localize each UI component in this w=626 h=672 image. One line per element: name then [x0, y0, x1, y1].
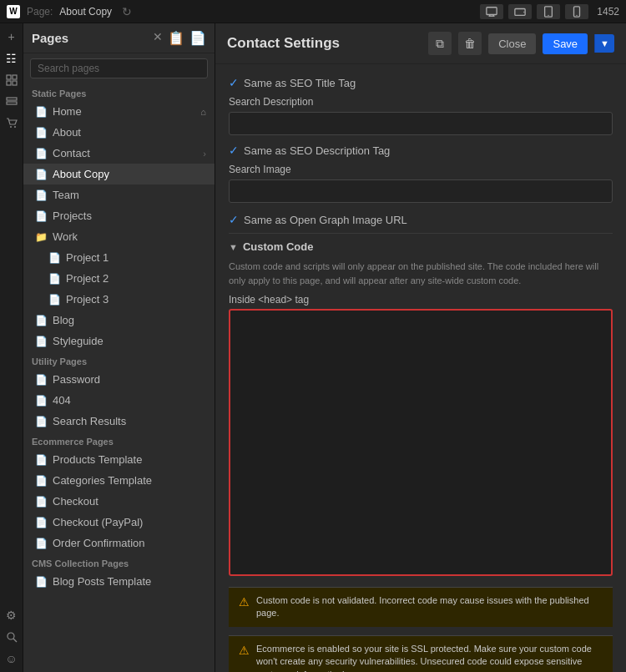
page-item-products[interactable]: 📄 Products Template: [23, 449, 215, 470]
page-item-blog[interactable]: 📄 Blog: [23, 310, 215, 331]
svg-point-5: [523, 11, 524, 12]
top-bar: W Page: About Copy ↻ 1452: [0, 0, 626, 23]
page-item-checkout[interactable]: 📄 Checkout: [23, 491, 215, 512]
add-page-icon[interactable]: 📋: [168, 30, 184, 46]
warning-icon-1: ⚠: [239, 595, 250, 609]
custom-code-toggle[interactable]: ▼ Custom Code: [229, 240, 613, 253]
duplicate-icon-btn[interactable]: ⧉: [428, 32, 452, 55]
page-item-blog-posts[interactable]: 📄 Blog Posts Template: [23, 571, 215, 592]
page-item-categories[interactable]: 📄 Categories Template: [23, 470, 215, 491]
svg-rect-10: [7, 75, 11, 79]
add-icon[interactable]: +: [2, 27, 22, 47]
icon-bar: + ☷ ⚙ ☺: [0, 23, 23, 672]
svg-rect-13: [13, 81, 17, 85]
search-box: [23, 53, 215, 83]
svg-point-7: [548, 14, 549, 15]
static-pages-label: Static Pages: [23, 83, 215, 101]
logo: W: [7, 5, 20, 18]
components-icon[interactable]: [2, 70, 22, 90]
warning-icon-2: ⚠: [239, 644, 250, 657]
custom-code-section-label: Custom Code: [243, 240, 314, 253]
page-item-styleguide[interactable]: 📄 Styleguide: [23, 331, 215, 351]
page-item-work[interactable]: 📁 Work: [23, 226, 215, 247]
warning-box-2: ⚠ Ecommerce is enabled so your site is S…: [229, 635, 613, 672]
page-item-team[interactable]: 📄 Team: [23, 184, 215, 205]
close-pages-icon[interactable]: ✕: [153, 30, 163, 46]
main-layout: + ☷ ⚙ ☺ Pages ✕ 📋 📄: [0, 23, 626, 672]
page-doc-icon: 📄: [35, 106, 48, 118]
desktop-icon[interactable]: [480, 4, 503, 19]
tablet-portrait-icon[interactable]: [537, 4, 560, 19]
content-header: Contact Settings ⧉ 🗑 Close Save ▼: [215, 23, 626, 64]
ecom-doc-icon: 📄: [35, 454, 48, 466]
page-item-contact[interactable]: 📄 Contact ›: [23, 143, 215, 164]
page-item-password[interactable]: 📄 Password: [23, 369, 215, 390]
folder-icon: 📁: [35, 231, 48, 243]
svg-rect-11: [13, 75, 17, 79]
cms-pages-label: CMS Collection Pages: [23, 553, 215, 571]
ecommerce-icon[interactable]: [2, 114, 22, 134]
cms-icon[interactable]: [2, 92, 22, 112]
page-item-project1[interactable]: 📄 Project 1: [23, 247, 215, 268]
page-item-about[interactable]: 📄 About: [23, 122, 215, 143]
search-image-input[interactable]: [229, 179, 613, 203]
svg-point-18: [8, 633, 14, 639]
page-doc-icon: 📄: [35, 210, 48, 222]
tablet-landscape-icon[interactable]: [508, 4, 532, 19]
warnings-container: ⚠ Custom code is not validated. Incorrec…: [229, 587, 613, 672]
seo-desc-label: Same as SEO Description Tag: [244, 144, 390, 157]
page-doc-icon: 📄: [48, 294, 61, 306]
settings-icon[interactable]: ⚙: [2, 605, 22, 625]
page-doc-icon: 📄: [35, 336, 48, 347]
warning-text-2: Ecommerce is enabled so your site is SSL…: [256, 643, 603, 672]
pages-icon[interactable]: ☷: [2, 48, 22, 68]
svg-rect-0: [487, 7, 497, 14]
page-item-order-confirmation[interactable]: 📄 Order Confirmation: [23, 533, 215, 553]
page-label: Page:: [27, 6, 53, 18]
sidebar-title: Pages: [32, 31, 68, 45]
page-item-404[interactable]: 📄 404: [23, 390, 215, 411]
ecom-doc-icon: 📄: [35, 496, 48, 508]
device-icons: 1452: [480, 4, 619, 19]
page-item-checkout-paypal[interactable]: 📄 Checkout (PayPal): [23, 512, 215, 533]
close-button[interactable]: Close: [488, 33, 536, 54]
page-item-projects[interactable]: 📄 Projects: [23, 205, 215, 226]
seo-desc-checkbox[interactable]: ✓: [229, 144, 239, 157]
page-doc-icon: 📄: [48, 273, 61, 285]
user-icon[interactable]: ☺: [2, 649, 22, 669]
mobile-icon[interactable]: [565, 4, 588, 19]
page-item-project3[interactable]: 📄 Project 3: [23, 289, 215, 310]
page-doc-icon: 📄: [35, 315, 48, 326]
panel-title: Contact Settings: [227, 35, 422, 52]
content-panel: Contact Settings ⧉ 🗑 Close Save ▼ ✓ Same…: [215, 23, 626, 672]
utility-pages-label: Utility Pages: [23, 351, 215, 369]
page-item-about-copy[interactable]: 📄 About Copy: [23, 164, 215, 184]
page-doc-icon: 📄: [35, 148, 48, 159]
sidebar-header-icons: ✕ 📋 📄: [153, 30, 206, 46]
divider: [229, 233, 613, 234]
refresh-icon[interactable]: ↻: [122, 5, 132, 18]
import-page-icon[interactable]: 📄: [189, 30, 206, 46]
page-item-project2[interactable]: 📄 Project 2: [23, 268, 215, 289]
head-tag-editor[interactable]: [229, 309, 613, 576]
page-item-search-results[interactable]: 📄 Search Results: [23, 411, 215, 432]
page-doc-icon: 📄: [35, 416, 48, 427]
open-graph-checkbox[interactable]: ✓: [229, 213, 239, 226]
save-button[interactable]: Save: [543, 33, 588, 54]
custom-code-info: Custom code and scripts will only appear…: [229, 260, 613, 287]
page-doc-icon: 📄: [35, 374, 48, 386]
page-doc-icon: 📄: [35, 127, 48, 139]
seo-title-checkbox[interactable]: ✓: [229, 76, 239, 89]
search-bar-icon[interactable]: [2, 627, 22, 647]
svg-point-9: [577, 14, 578, 15]
save-dropdown-button[interactable]: ▼: [594, 34, 614, 53]
delete-icon-btn[interactable]: 🗑: [458, 32, 482, 55]
svg-rect-15: [7, 102, 17, 104]
page-item-home[interactable]: 📄 Home ⌂: [23, 101, 215, 122]
page-doc-icon: 📄: [35, 395, 48, 407]
search-description-input[interactable]: [229, 112, 613, 135]
search-input[interactable]: [30, 58, 208, 78]
sidebar-content: Static Pages 📄 Home ⌂ 📄 About 📄 Contact …: [23, 83, 215, 672]
seo-desc-row: ✓ Same as SEO Description Tag: [229, 144, 613, 157]
sidebar: Pages ✕ 📋 📄 Static Pages 📄 Home ⌂ 📄 Abou…: [23, 23, 215, 672]
